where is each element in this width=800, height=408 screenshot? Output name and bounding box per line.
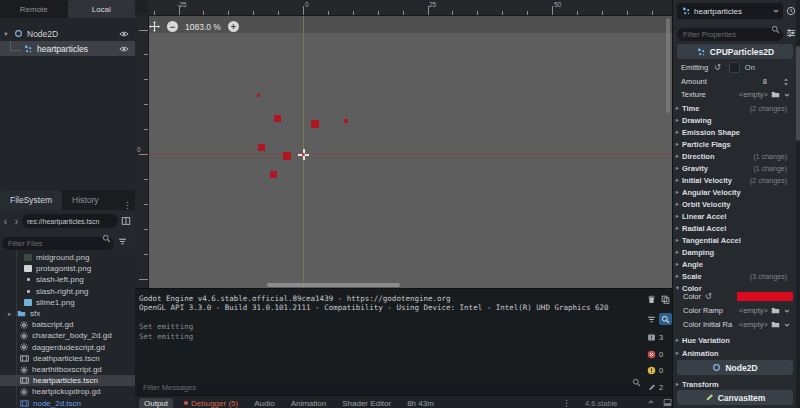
zoom-in-button[interactable]: + xyxy=(228,21,239,32)
resource-value[interactable]: <empty> xyxy=(739,320,768,329)
update-check-icon[interactable] xyxy=(647,398,655,408)
ruler-tick xyxy=(303,6,304,15)
nav-back-icon[interactable]: ‹ xyxy=(0,216,11,227)
tab-filesystem[interactable]: FileSystem xyxy=(0,190,62,210)
section-angular-velocity[interactable]: ▸Angular Velocity xyxy=(673,186,795,198)
split-view-icon[interactable] xyxy=(121,216,131,226)
section-animation[interactable]: ▸Animation xyxy=(673,347,795,359)
section-drawing[interactable]: ▸Drawing xyxy=(673,114,795,126)
file-item[interactable]: protagonist.png xyxy=(0,263,135,274)
v-scrollbar-thumb[interactable] xyxy=(666,18,670,113)
section-transform[interactable]: ▸Transform xyxy=(673,378,795,390)
file-item[interactable]: slime1.png xyxy=(0,297,135,308)
warnings-counter[interactable]: 0 xyxy=(647,366,663,375)
color-swatch[interactable] xyxy=(737,292,793,301)
visibility-eye-icon[interactable] xyxy=(119,29,129,39)
image-thumbnail xyxy=(24,265,32,272)
file-item[interactable]: daggerdudescript.gd xyxy=(0,342,135,353)
errors-counter[interactable]: 0 xyxy=(647,350,663,359)
pan-move-icon[interactable] xyxy=(149,21,160,32)
more-options-icon[interactable]: ⋮ xyxy=(123,200,132,210)
gizmo-center-dot xyxy=(302,153,305,156)
scene-node-heartparticles[interactable]: heartparticles xyxy=(0,41,135,56)
tab-local[interactable]: Local xyxy=(68,0,136,18)
file-item[interactable]: node_2d.tscn xyxy=(0,398,135,408)
section-orbit-velocity[interactable]: ▸Orbit Velocity xyxy=(673,198,795,210)
emitting-checkbox[interactable] xyxy=(729,62,740,73)
zoom-percent-label[interactable]: 1083.0 % xyxy=(185,22,221,32)
file-item[interactable]: slash-right.png xyxy=(0,286,135,297)
tab-history[interactable]: History xyxy=(62,190,108,210)
amount-value[interactable]: 8 xyxy=(763,77,767,86)
filter-files-input[interactable] xyxy=(2,237,114,250)
revert-icon[interactable]: ↺ xyxy=(705,292,712,301)
section-linear-accel[interactable]: ▸Linear Accel xyxy=(673,210,795,222)
chevron-down-icon[interactable] xyxy=(783,307,791,315)
file-item[interactable]: heartpickupdrop.gd xyxy=(0,386,135,397)
viewport-2d[interactable]: -2502550 0 − 1083.0 % + xyxy=(135,0,672,288)
clear-output-button[interactable] xyxy=(645,293,658,305)
section-scale[interactable]: ▸Scale(3 changes) xyxy=(673,270,795,282)
resource-picker-icon[interactable] xyxy=(771,306,780,315)
copy-output-button[interactable] xyxy=(659,293,672,305)
bottom-tab-shader[interactable]: Shader Editor xyxy=(337,398,396,408)
visibility-eye-icon[interactable] xyxy=(119,44,129,54)
resource-picker-icon[interactable] xyxy=(771,90,780,99)
expand-panel-icon[interactable] xyxy=(663,398,672,408)
chevron-down-icon xyxy=(772,7,780,15)
checkbox-value-label: On xyxy=(745,63,755,72)
class-header-canvasitem[interactable]: CanvasItem xyxy=(677,390,793,405)
file-item[interactable]: slash-left.png xyxy=(0,274,135,285)
section-tangential-accel[interactable]: ▸Tangential Accel xyxy=(673,234,795,246)
section-angle[interactable]: ▸Angle xyxy=(673,258,795,270)
chevron-down-icon[interactable] xyxy=(783,91,791,99)
section-direction[interactable]: ▸Direction(1 change) xyxy=(673,150,795,162)
scene-node-node2d[interactable]: ▾Node2D xyxy=(0,26,135,41)
resource-picker-icon[interactable] xyxy=(771,320,780,329)
inspector-scrollbar-thumb[interactable] xyxy=(796,46,800,141)
section-gravity[interactable]: ▸Gravity(1 change) xyxy=(673,162,795,174)
bottom-tab-output[interactable]: Output xyxy=(139,398,173,408)
bottom-tab-debugger[interactable]: Debugger (5) xyxy=(179,398,243,408)
expander-icon[interactable]: ▸ xyxy=(8,310,17,318)
class-header-node2d[interactable]: Node2D xyxy=(677,360,793,375)
bottom-tab-audio[interactable]: Audio xyxy=(249,398,279,408)
chevron-down-icon[interactable] xyxy=(783,321,791,329)
file-item[interactable]: ▸sfx xyxy=(0,308,135,319)
more-options-icon[interactable]: ⋮ xyxy=(562,398,571,408)
section-particle-flags[interactable]: ▸Particle Flags xyxy=(673,138,795,150)
class-header-cpuparticles2d[interactable]: CPUParticles2D xyxy=(677,44,793,59)
section-hue-variation[interactable]: ▸Hue Variation xyxy=(673,334,795,346)
tab-remote[interactable]: Remote xyxy=(0,0,68,18)
edits-counter[interactable]: 2 xyxy=(647,383,663,392)
filter-properties-input[interactable] xyxy=(677,28,783,41)
section-damping[interactable]: ▸Damping xyxy=(673,246,795,258)
nav-forward-icon[interactable]: › xyxy=(11,216,22,227)
revert-icon[interactable]: ↺ xyxy=(714,63,721,72)
messages-counter[interactable]: 3 xyxy=(647,333,663,342)
bottom-tab-animation[interactable]: Animation xyxy=(286,398,332,408)
file-sort-icon[interactable] xyxy=(118,237,127,246)
resource-value[interactable]: <empty> xyxy=(739,90,768,99)
file-item[interactable]: character_body_2d.gd xyxy=(0,330,135,341)
section-initial-velocity[interactable]: ▸Initial Velocity(2 changes) xyxy=(673,174,795,186)
search-output-button[interactable] xyxy=(659,313,672,325)
zoom-out-button[interactable]: − xyxy=(167,21,178,32)
resource-value[interactable]: <empty> xyxy=(739,306,768,315)
file-item[interactable]: midground.png xyxy=(0,252,135,263)
h-scrollbar-thumb[interactable] xyxy=(267,283,400,287)
spin-stepper-icon[interactable] xyxy=(783,77,789,87)
collapse-duplicates-button[interactable] xyxy=(645,313,658,325)
expander-icon[interactable]: ▾ xyxy=(0,30,12,38)
file-item[interactable]: deathparticles.tscn xyxy=(0,353,135,364)
file-item[interactable]: heartparticles.tscn xyxy=(0,375,135,386)
ruler-tick xyxy=(144,229,148,230)
filter-messages-input[interactable] xyxy=(137,381,643,394)
file-item[interactable]: batscript.gd xyxy=(0,319,135,330)
section-radial-accel[interactable]: ▸Radial Accel xyxy=(673,222,795,234)
file-item[interactable]: hearthitboxscript.gd xyxy=(0,364,135,375)
resource-path-input[interactable] xyxy=(22,214,118,228)
section-emission-shape[interactable]: ▸Emission Shape xyxy=(673,126,795,138)
section-time[interactable]: ▸Time(2 changes) xyxy=(673,102,795,114)
inspector-node-selector[interactable]: heartparticles xyxy=(677,3,783,19)
